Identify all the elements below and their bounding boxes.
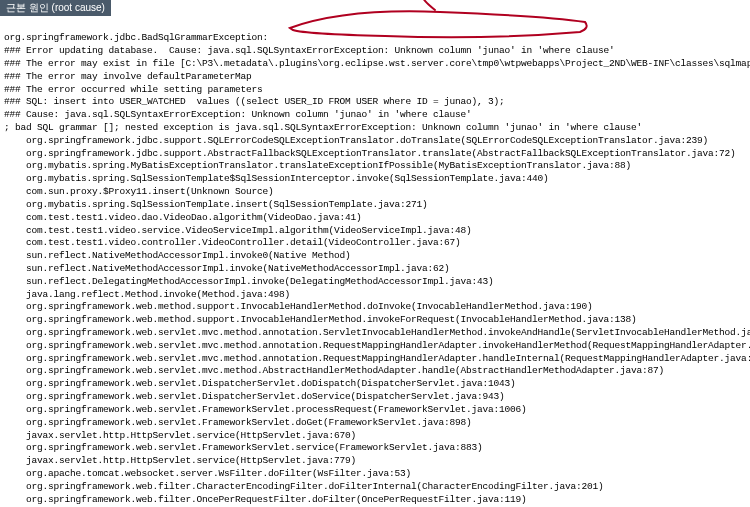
section-title-en-1: (root cause) (52, 2, 105, 13)
stack-trace-block-1: org.springframework.jdbc.BadSqlGrammarEx… (0, 18, 750, 508)
section-header-1: 근본 원인 (root cause) (0, 0, 750, 18)
section-title-kr-1: 근본 원인 (6, 2, 49, 13)
